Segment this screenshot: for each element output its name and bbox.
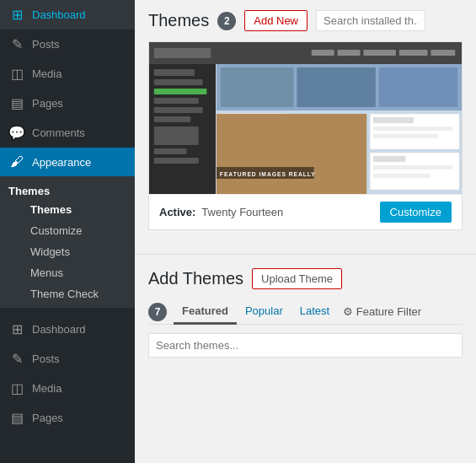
- sidebar-item-dashboard2[interactable]: ⊞ Dashboard: [0, 315, 135, 344]
- tab-latest[interactable]: Latest: [291, 299, 338, 325]
- page-title: Themes: [148, 11, 209, 30]
- svg-rect-3: [338, 50, 361, 56]
- add-themes-title: Add Themes: [148, 269, 243, 288]
- svg-rect-2: [312, 50, 334, 56]
- sidebar-item-appearance[interactable]: 🖌 Appearance: [0, 148, 135, 176]
- add-themes-section: Add Themes Upload Theme 7 Featured Popul…: [135, 258, 476, 368]
- sidebar-sub-widgets[interactable]: Widgets: [0, 241, 135, 262]
- add-themes-header: Add Themes Upload Theme: [148, 268, 463, 289]
- sidebar-sub-customize[interactable]: Customize: [0, 220, 135, 241]
- svg-rect-23: [217, 114, 366, 194]
- svg-rect-1: [154, 48, 211, 58]
- sidebar-item-label: Posts: [32, 38, 60, 51]
- tab-featured[interactable]: Featured: [174, 299, 237, 325]
- sidebar-item-label: Pages: [32, 412, 63, 424]
- sidebar-item-label: Pages: [32, 97, 63, 110]
- dashboard2-icon: ⊞: [8, 321, 25, 337]
- sidebar-item-dashboard[interactable]: ⊞ Dashboard: [0, 0, 135, 30]
- svg-rect-16: [154, 158, 199, 164]
- appearance-icon: 🖌: [8, 154, 25, 170]
- svg-rect-15: [154, 148, 187, 154]
- tab-count-badge: 7: [148, 303, 167, 321]
- dashboard-icon: ⊞: [8, 7, 25, 23]
- search-installed-input[interactable]: [316, 10, 425, 31]
- svg-rect-33: [373, 174, 430, 178]
- sidebar-item-comments[interactable]: 💬 Comments: [0, 118, 135, 148]
- svg-rect-31: [373, 156, 406, 162]
- svg-rect-28: [373, 127, 452, 131]
- svg-rect-12: [154, 107, 203, 113]
- svg-rect-20: [379, 67, 457, 107]
- main-content: Themes 2 Add New: [135, 0, 476, 463]
- media-icon: ◫: [8, 66, 25, 82]
- posts2-icon: ✎: [8, 351, 25, 367]
- section-divider: [135, 254, 476, 255]
- search-themes-input[interactable]: [148, 333, 463, 358]
- themes-header: Themes 2 Add New: [148, 10, 463, 31]
- sidebar-item-label: Comments: [32, 127, 85, 139]
- svg-rect-14: [154, 127, 199, 145]
- svg-rect-4: [363, 50, 396, 56]
- svg-rect-19: [297, 67, 375, 107]
- comments-icon: 💬: [8, 125, 25, 141]
- themes-count-badge: 2: [217, 12, 236, 30]
- svg-rect-32: [373, 165, 452, 170]
- sidebar-item-media[interactable]: ◫ Media: [0, 59, 135, 89]
- theme-footer: Active: Twenty Fourteen Customize: [149, 194, 462, 229]
- tab-popular[interactable]: Popular: [237, 299, 291, 325]
- svg-rect-18: [221, 67, 294, 107]
- svg-rect-6: [431, 50, 455, 56]
- sidebar-item-label: Dashboard: [32, 8, 86, 21]
- sidebar-item-media2[interactable]: ◫ Media: [0, 374, 135, 403]
- svg-rect-8: [154, 69, 195, 76]
- sidebar-item-label: Appearance: [32, 156, 91, 169]
- sidebar-item-label: Dashboard: [32, 323, 86, 336]
- sidebar-sub-menus[interactable]: Menus: [0, 262, 135, 283]
- sidebar-item-posts[interactable]: ✎ Posts: [0, 30, 135, 59]
- media2-icon: ◫: [8, 380, 25, 396]
- feature-filter[interactable]: ⚙ Feature Filter: [343, 305, 421, 318]
- sidebar-item-pages[interactable]: ▤ Pages: [0, 89, 135, 118]
- upload-theme-button[interactable]: Upload Theme: [252, 268, 342, 289]
- appearance-submenu: Themes Themes Customize Widgets Menus Th…: [0, 176, 135, 308]
- sidebar-item-pages2[interactable]: ▤ Pages: [0, 403, 135, 433]
- pages2-icon: ▤: [8, 410, 25, 426]
- theme-screenshot: FEATURED IMAGES REALLY: [149, 42, 462, 194]
- svg-rect-10: [154, 89, 207, 94]
- svg-rect-29: [373, 134, 438, 138]
- sidebar-sub-theme-check[interactable]: Theme Check: [0, 283, 135, 304]
- sidebar-item-label: Media: [32, 382, 62, 395]
- svg-text:FEATURED IMAGES REALLY: FEATURED IMAGES REALLY: [220, 171, 316, 177]
- svg-rect-5: [399, 50, 428, 56]
- sidebar-item-label: Media: [32, 67, 62, 80]
- tabs-row: 7 Featured Popular Latest ⚙ Feature Filt…: [148, 299, 463, 325]
- sidebar: ⊞ Dashboard ✎ Posts ◫ Media ▤ Pages 💬 Co…: [0, 0, 135, 463]
- themes-section: Themes 2 Add New: [135, 0, 476, 250]
- themes-section-label: Themes: [0, 180, 135, 199]
- svg-rect-27: [373, 117, 414, 123]
- svg-rect-13: [154, 116, 190, 122]
- svg-rect-11: [154, 98, 199, 104]
- posts-icon: ✎: [8, 36, 25, 52]
- active-theme-label: Active: Twenty Fourteen: [159, 206, 283, 218]
- sidebar-sub-themes[interactable]: Themes: [0, 199, 135, 220]
- add-new-button[interactable]: Add New: [244, 10, 308, 31]
- customize-button[interactable]: Customize: [380, 202, 452, 223]
- svg-rect-9: [154, 79, 203, 85]
- theme-card-twenty-fourteen: FEATURED IMAGES REALLY Active: Twenty Fo…: [148, 41, 463, 230]
- sidebar-item-posts2[interactable]: ✎ Posts: [0, 344, 135, 374]
- sidebar-item-label: Posts: [32, 353, 60, 365]
- pages-icon: ▤: [8, 95, 25, 111]
